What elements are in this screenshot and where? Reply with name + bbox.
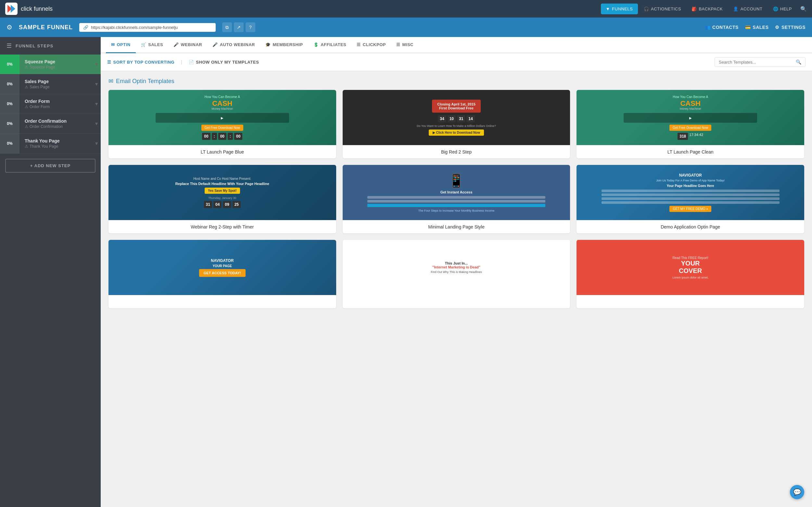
divider: | (181, 59, 182, 65)
template-name-lt-launch-blue: LT Launch Page Blue (108, 145, 336, 158)
funnel-step-sales[interactable]: 0% Sales Page ⚠ Sales Page ▼ (0, 74, 101, 94)
misc-icon: ☰ (396, 42, 401, 47)
link-icon: 🔗 (83, 25, 88, 30)
warning-icon: ⚠ (25, 124, 28, 129)
tab-clickpop[interactable]: ☰ CLICKPOP (351, 37, 391, 53)
nav-actionetics[interactable]: 🎧 ACTIONETICS (639, 4, 686, 14)
sales-nav-item[interactable]: 💳 SALES (745, 25, 769, 30)
funnel-step-orderconfirm[interactable]: 0% Order Confirmation ⚠ Order Confirmati… (0, 114, 101, 134)
funnel-step-squeeze[interactable]: 0% Squeeze Page ⚠ Squeeze Page ▼ (0, 55, 101, 74)
funnel-url-text: https://kajabi.clickfunnels.com/sample-f… (91, 25, 177, 30)
template-name-lt-launch-clean: LT Launch Page Clean (576, 145, 804, 158)
auto-mic-icon: 🎤 (212, 42, 218, 47)
step-content-orderform: Order Form ⚠ Order Form (19, 94, 92, 114)
cart-icon: 🛒 (141, 42, 147, 47)
template-preview-webinar-reg: Host Name and Co Host Name Present: Repl… (108, 165, 336, 220)
warning-icon: ⚠ (25, 144, 28, 149)
settings-icon: ⚙ (775, 25, 779, 30)
tab-sales[interactable]: 🛒 SALES (136, 37, 168, 53)
help-icon: 🌐 (773, 6, 778, 11)
nav-backpack[interactable]: 🎒 BACKPACK (687, 4, 727, 14)
funnel-nav-right: 👥 CONTACTS 💳 SALES ⚙ SETTINGS (705, 25, 806, 30)
optin-icon: ✉ (111, 42, 115, 47)
funnel-title: SAMPLE FUNNEL (19, 24, 73, 31)
template-preview-big-red: Closing April 1st, 2015First Download Fr… (343, 90, 570, 145)
tab-autowebinar[interactable]: 🎤 AUTO WEBINAR (207, 37, 260, 53)
step-arrow-orderconfirm: ▼ (92, 114, 101, 134)
logo-area: click funnels (5, 3, 53, 15)
step-pct-orderconfirm: 0% (0, 114, 19, 134)
sales-icon: 💳 (745, 25, 751, 30)
copy-url-button[interactable]: ⧉ (222, 22, 232, 32)
funnel-bar: ⚙ SAMPLE FUNNEL 🔗 https://kajabi.clickfu… (0, 17, 812, 37)
template-preview-navigator: NAVIGATOR YOUR PAGE GET ACCESS TODAY! (108, 240, 336, 295)
show-my-templates-button[interactable]: 📄 SHOW ONLY MY TEMPLATES (189, 60, 259, 65)
hamburger-icon[interactable]: ☰ (6, 42, 12, 49)
sort-icon: ☰ (107, 60, 111, 65)
funnel-step-thankyou[interactable]: 0% Thank You Page ⚠ Thank You Page ▼ (0, 134, 101, 154)
open-url-button[interactable]: ↗ (234, 22, 244, 32)
template-card-demo-app[interactable]: NAVIGATOR Join Us Today For A Free Demo … (576, 165, 804, 233)
template-preview-cover: Read This FREE Report! YOURCOVER Lorem i… (576, 240, 804, 295)
warning-icon: ⚠ (25, 105, 28, 109)
actionetics-icon: 🎧 (644, 6, 649, 11)
template-preview-internet-dead: This Just In... "Internet Marketing is D… (343, 240, 570, 295)
step-pct-thankyou: 0% (0, 134, 19, 154)
funnel-step-orderform[interactable]: 0% Order Form ⚠ Order Form ▼ (0, 94, 101, 114)
nav-help[interactable]: 🌐 HELP (768, 4, 797, 14)
step-content-orderconfirm: Order Confirmation ⚠ Order Confirmation (19, 114, 92, 134)
settings-nav-item[interactable]: ⚙ SETTINGS (775, 25, 806, 30)
global-search-icon[interactable]: 🔍 (800, 6, 807, 12)
template-tabs: ✉ OPTIN 🛒 SALES 🎤 WEBINAR 🎤 AUTO WEBINAR… (101, 37, 812, 53)
section-title: ✉ Email Optin Templates (108, 77, 804, 85)
sort-top-converting-button[interactable]: ☰ SORT BY TOP CONVERTING (107, 60, 174, 65)
funnel-icon: ▼ (606, 6, 610, 11)
main-content: ☰ FUNNEL STEPS 0% Squeeze Page ⚠ Squeeze… (0, 37, 812, 507)
help-url-button[interactable]: ? (246, 22, 255, 32)
email-section-icon: ✉ (108, 77, 113, 85)
step-pct-orderform: 0% (0, 94, 19, 114)
tab-membership[interactable]: 🎓 MEMBERSHIP (260, 37, 308, 53)
account-icon: 👤 (733, 6, 739, 11)
url-actions: ⧉ ↗ ? (222, 22, 255, 32)
step-pct-squeeze: 0% (0, 55, 19, 74)
step-arrow-thankyou: ▼ (92, 134, 101, 154)
contacts-nav-item[interactable]: 👥 CONTACTS (705, 25, 739, 30)
add-step-button[interactable]: + ADD NEW STEP (5, 159, 96, 173)
template-preview-demo-app: NAVIGATOR Join Us Today For A Free Demo … (576, 165, 804, 220)
nav-account[interactable]: 👤 ACCOUNT (728, 4, 767, 14)
tab-webinar[interactable]: 🎤 WEBINAR (168, 37, 207, 53)
template-card-webinar-reg[interactable]: Host Name and Co Host Name Present: Repl… (108, 165, 336, 233)
template-name-webinar-reg: Webinar Reg 2-Step with Timer (108, 220, 336, 233)
template-grid: How You Can Become A CASH Money Machine!… (101, 90, 812, 240)
template-grid-row2: NAVIGATOR YOUR PAGE GET ACCESS TODAY! Na… (101, 240, 812, 315)
template-name-big-red: Big Red 2 Step (343, 145, 570, 158)
search-templates-input[interactable] (719, 60, 793, 65)
file-icon: 📄 (189, 60, 194, 65)
template-card-big-red[interactable]: Closing April 1st, 2015First Download Fr… (343, 90, 570, 158)
template-card-navigator[interactable]: NAVIGATOR YOUR PAGE GET ACCESS TODAY! Na… (108, 240, 336, 308)
template-card-cover[interactable]: Read This FREE Report! YOURCOVER Lorem i… (576, 240, 804, 308)
tab-affiliates[interactable]: 💲 AFFILIATES (308, 37, 352, 53)
template-card-minimal[interactable]: 📱 Get Instant Access The Four Steps to I… (343, 165, 570, 233)
template-card-lt-launch-blue[interactable]: How You Can Become A CASH Money Machine!… (108, 90, 336, 158)
template-card-internet-dead[interactable]: This Just In... "Internet Marketing is D… (343, 240, 570, 308)
nav-funnels[interactable]: ▼ FUNNELS (601, 4, 638, 14)
chat-bubble-button[interactable]: 💬 (790, 485, 804, 499)
step-content-sales: Sales Page ⚠ Sales Page (19, 74, 92, 94)
step-arrow-squeeze: ▼ (92, 55, 101, 74)
template-name-minimal: Minimal Landing Page Style (343, 220, 570, 233)
top-navigation: click funnels ▼ FUNNELS 🎧 ACTIONETICS 🎒 … (0, 0, 812, 17)
template-preview-lt-launch-clean: How You Can Become A CASH Money Machine!… (576, 90, 804, 145)
right-panel: ✉ OPTIN 🛒 SALES 🎤 WEBINAR 🎤 AUTO WEBINAR… (101, 37, 812, 507)
search-templates-container: 🔍 (715, 57, 806, 67)
template-card-lt-launch-clean[interactable]: How You Can Become A CASH Money Machine!… (576, 90, 804, 158)
logo-icon[interactable] (5, 3, 17, 15)
membership-icon: 🎓 (265, 42, 271, 47)
nav-items: ▼ FUNNELS 🎧 ACTIONETICS 🎒 BACKPACK 👤 ACC… (601, 4, 807, 14)
step-content-thankyou: Thank You Page ⚠ Thank You Page (19, 134, 92, 154)
tab-misc[interactable]: ☰ MISC (391, 37, 419, 53)
step-content-squeeze: Squeeze Page ⚠ Squeeze Page (19, 55, 92, 74)
tab-optin[interactable]: ✉ OPTIN (106, 37, 136, 53)
funnel-settings-gear-icon[interactable]: ⚙ (6, 23, 12, 31)
